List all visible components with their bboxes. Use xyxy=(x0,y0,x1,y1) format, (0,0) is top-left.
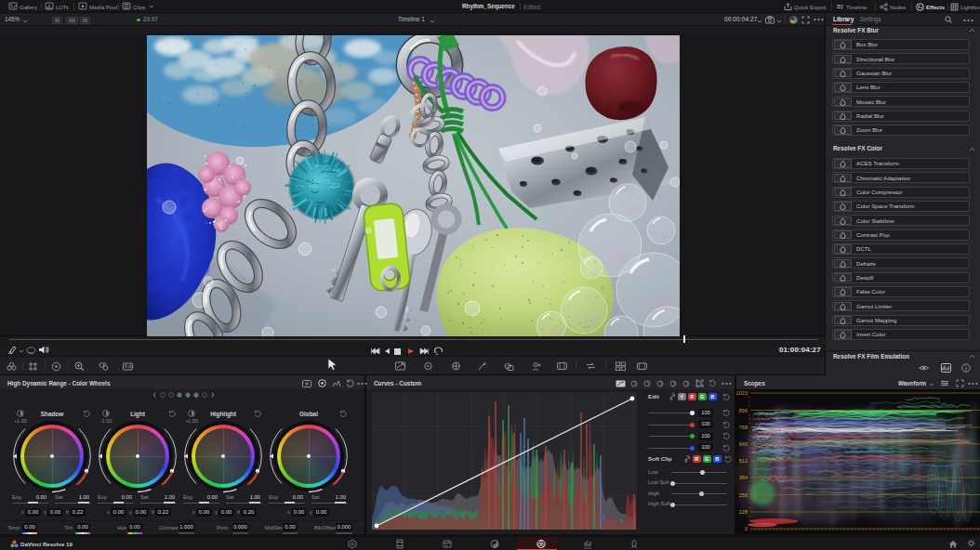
svg-text:768: 768 xyxy=(739,425,748,430)
svg-text:0: 0 xyxy=(745,526,748,531)
svg-text:384: 384 xyxy=(739,475,748,480)
svg-text:1023: 1023 xyxy=(736,390,748,396)
svg-text:256: 256 xyxy=(739,492,748,498)
svg-text:128: 128 xyxy=(739,509,748,515)
svg-text:640: 640 xyxy=(739,441,748,447)
svg-text:896: 896 xyxy=(739,408,748,413)
svg-text:512: 512 xyxy=(739,458,748,464)
